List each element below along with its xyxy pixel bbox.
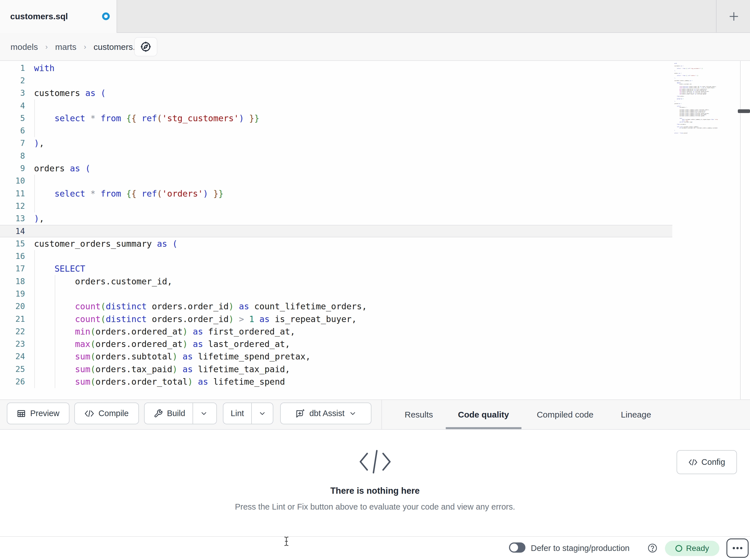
code-slash-icon (0, 449, 750, 474)
chevron-down-icon (258, 410, 266, 417)
code-text: count(distinct orders.order_id) as count… (34, 302, 367, 311)
line-number: 21 (0, 314, 25, 324)
tab-bar: customers.sql (0, 0, 750, 33)
code-line-14[interactable]: 14 (0, 225, 672, 237)
code-line-23[interactable]: 23 max(orders.ordered_at) as last_ordere… (0, 338, 672, 350)
ellipsis-icon (732, 546, 743, 550)
line-number: 3 (0, 88, 25, 98)
code-line-21[interactable]: 21 count(distinct orders.order_id) > 1 a… (0, 313, 672, 325)
code-line-3[interactable]: 3customers as ( (0, 87, 672, 99)
more-options-button[interactable] (727, 538, 749, 558)
lint-button[interactable]: Lint (223, 403, 251, 424)
breadcrumb-bar: models › marts › customers.sql Save (0, 33, 750, 61)
code-line-26[interactable]: 26 sum(orders.order_total) as lifetime_s… (0, 375, 672, 388)
line-number: 17 (0, 264, 25, 273)
table-icon (17, 409, 26, 418)
code-line-4[interactable]: 4 (0, 99, 672, 112)
tab-code-quality[interactable]: Code quality (458, 400, 509, 429)
code-text: sum(orders.order_total) as lifetime_spen… (34, 377, 285, 387)
line-number: 20 (0, 302, 25, 311)
line-number: 19 (0, 289, 25, 298)
code-line-13[interactable]: 13), (0, 212, 672, 225)
status-bar: Defer to staging/production Ready (0, 536, 750, 560)
line-number: 7 (0, 139, 25, 148)
line-number: 4 (0, 101, 25, 110)
line-number: 5 (0, 113, 25, 123)
code-line-9[interactable]: 9orders as ( (0, 162, 672, 174)
code-line-2[interactable]: 2 (0, 74, 672, 87)
code-line-1[interactable]: 1with (0, 62, 672, 74)
code-line-11[interactable]: 11 select * from {{ ref('orders') }} (0, 187, 672, 200)
code-line-6[interactable]: 6 (0, 124, 672, 137)
breadcrumb-models[interactable]: models (11, 42, 38, 52)
preview-button[interactable]: Preview (7, 402, 70, 424)
build-button[interactable]: Build (146, 403, 193, 424)
chevron-down-icon (349, 410, 357, 417)
tab-results[interactable]: Results (404, 400, 433, 429)
line-number: 1 (0, 63, 25, 73)
code-line-12[interactable]: 12 (0, 200, 672, 212)
code-text: select * from {{ ref('orders') }} (34, 189, 223, 199)
wrench-icon (154, 409, 163, 418)
code-line-24[interactable]: 24 sum(orders.subtotal) as lifetime_spen… (0, 350, 672, 363)
toggle-knob (510, 544, 518, 552)
code-line-20[interactable]: 20 count(distinct orders.order_id) as co… (0, 300, 672, 313)
code-line-8[interactable]: 8 (0, 149, 672, 162)
empty-state: There is nothing here Press the Lint or … (0, 430, 750, 512)
active-tab-underline (446, 427, 521, 429)
breadcrumb: models › marts › customers.sql (11, 33, 146, 61)
code-line-5[interactable]: 5 select * from {{ ref('stg_customers') … (0, 112, 672, 124)
code-text: select * from {{ ref('stg_customers') }} (34, 113, 259, 123)
tab-compiled-code[interactable]: Compiled code (537, 400, 593, 429)
line-number: 16 (0, 251, 25, 261)
new-tab-button[interactable] (725, 7, 743, 25)
line-number: 22 (0, 327, 25, 336)
minimap[interactable]: with customers as ( select * from {{ ref… (674, 63, 718, 148)
config-button-label: Config (702, 457, 725, 467)
lint-split-button: Lint (223, 402, 273, 424)
code-icon (689, 458, 697, 466)
tab-lineage[interactable]: Lineage (621, 400, 651, 429)
help-circle-icon[interactable] (647, 543, 657, 553)
code-text: sum(orders.tax_paid) as lifetime_tax_pai… (34, 364, 290, 374)
breadcrumb-separator: › (84, 42, 86, 51)
code-text: ), (34, 213, 44, 224)
tab-title: customers.sql (10, 0, 68, 33)
code-line-16[interactable]: 16 (0, 250, 672, 262)
editor-scrollbar-thumb[interactable] (738, 109, 750, 113)
tab-customers-sql[interactable]: customers.sql (0, 0, 117, 33)
code-editor[interactable]: 1with23customers as (45 select * from {{… (0, 61, 750, 399)
status-circle-icon (675, 545, 682, 552)
tabbar-divider (716, 0, 716, 33)
line-number: 12 (0, 201, 25, 211)
open-lineage-button[interactable] (134, 37, 157, 56)
defer-toggle[interactable] (509, 542, 526, 553)
dbt-assist-button[interactable]: dbt Assist (280, 402, 372, 424)
code-line-18[interactable]: 18 orders.customer_id, (0, 275, 672, 288)
code-line-22[interactable]: 22 min(orders.ordered_at) as first_order… (0, 325, 672, 338)
config-button[interactable]: Config (676, 450, 737, 474)
code-text: max(orders.ordered_at) as last_ordered_a… (34, 339, 290, 349)
line-number: 25 (0, 365, 25, 374)
code-line-19[interactable]: 19 (0, 288, 672, 300)
defer-label: Defer to staging/production (531, 537, 630, 559)
lint-dropdown-button[interactable] (252, 403, 273, 424)
build-dropdown-button[interactable] (193, 403, 215, 424)
dbt-assist-button-label: dbt Assist (309, 409, 344, 418)
line-number: 18 (0, 277, 25, 286)
code-line-17[interactable]: 17 SELECT (0, 263, 672, 275)
code-line-10[interactable]: 10 (0, 175, 672, 187)
compile-button[interactable]: Compile (74, 402, 139, 424)
unsaved-changes-dot-icon (102, 13, 110, 20)
code-line-15[interactable]: 15customer_orders_summary as ( (0, 237, 672, 250)
line-number: 6 (0, 126, 25, 136)
line-number: 14 (0, 227, 25, 236)
breadcrumb-marts[interactable]: marts (55, 42, 76, 52)
code-line-7[interactable]: 7), (0, 137, 672, 149)
status-badge-ready[interactable]: Ready (665, 541, 719, 556)
code-line-25[interactable]: 25 sum(orders.tax_paid) as lifetime_tax_… (0, 363, 672, 375)
code-text: orders.customer_id, (34, 276, 172, 286)
line-number: 15 (0, 239, 25, 248)
lint-button-label: Lint (231, 409, 244, 418)
compile-button-label: Compile (98, 409, 129, 418)
